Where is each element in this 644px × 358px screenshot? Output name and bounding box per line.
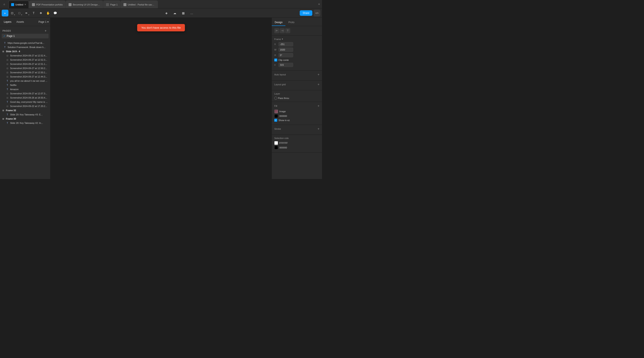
- layer-name-l5: Screenshot 2024-09-27 at 12.52.3...: [10, 59, 48, 61]
- rotation-input[interactable]: [278, 53, 293, 57]
- align-left-button[interactable]: ⊢: [274, 28, 279, 33]
- tool-center-icon3[interactable]: ▦: [180, 10, 186, 17]
- hand-icon: ✋: [46, 11, 50, 15]
- tab-favicon-tab-pdf: [32, 3, 35, 6]
- tool-move[interactable]: ▸ ▾: [2, 10, 8, 17]
- right-panel-tab-proto[interactable]: Proto: [286, 19, 298, 26]
- layer-name-l14: Screenshot 2024-09-26 at 18.50.4...: [10, 96, 48, 99]
- layer-icon-l7: ⊡: [6, 67, 9, 70]
- auto-layout-add[interactable]: +: [318, 73, 320, 76]
- clip-content-row: ✓ Clip conte: [274, 59, 320, 62]
- layer-item-l13[interactable]: ⊡ Screenshot 2024-09-27 at 12.07.3...: [0, 91, 50, 96]
- layer-name-l3: Slide 16:9 - 4: [6, 50, 48, 53]
- align-center-h-button[interactable]: ⊣: [280, 28, 285, 33]
- page-item-page1[interactable]: ✓ Page 1: [2, 34, 48, 38]
- layer-name-l8: Screenshot 2024-09-27 at 12.50.1...: [10, 71, 48, 74]
- layer-item-l6[interactable]: ⊡ Screenshot 2024-09-27 at 12.51.1...: [0, 62, 50, 66]
- show-in-ez-checkbox[interactable]: ✓: [274, 119, 277, 122]
- layer-item-l10[interactable]: T you all kn ow about h ow we coud ...: [0, 79, 50, 83]
- stroke-section-title: Stroke +: [274, 127, 320, 131]
- tool-hand[interactable]: ✋: [44, 10, 51, 17]
- auto-layout-title: Auto layout +: [274, 73, 320, 76]
- selection-color-title: Selection colo: [274, 137, 320, 139]
- x-input[interactable]: [278, 42, 293, 46]
- page-selector[interactable]: Page 1 ▾: [38, 21, 48, 23]
- browser-tab-tab-untitled[interactable]: Untitled ✕: [8, 1, 29, 8]
- clip-content-checkbox[interactable]: ✓: [274, 59, 277, 62]
- tool-shape[interactable]: □ ▾: [16, 10, 23, 17]
- tab-favicon-tab-partial: [124, 3, 126, 6]
- selection-white-swatch[interactable]: [274, 141, 278, 145]
- layer-item-l8[interactable]: ⊡ Screenshot 2024-09-27 at 12.50.1...: [0, 70, 50, 75]
- browser-tab-tab-partial[interactable]: Untitled - Partial file saved 30-09-2: [121, 1, 158, 8]
- layer-name-l10: you all kn ow about h ow we coud ...: [10, 80, 48, 82]
- layer-name-l6: Screenshot 2024-09-27 at 12.51.1...: [10, 63, 48, 65]
- auto-layout-section: Auto layout +: [272, 71, 322, 80]
- layer-item-l7[interactable]: ⊡ Screenshot 2024-09-27 at 12.50.2...: [0, 66, 50, 70]
- selection-color-section: Selection colo FFFFFF 000000: [272, 135, 322, 153]
- tool-text[interactable]: T: [30, 10, 37, 17]
- layer-item-l12[interactable]: T Amazon: [0, 87, 50, 91]
- layer-item-l3[interactable]: ⊞ Slide 16:9 - 4: [0, 49, 50, 54]
- layout-grid-add[interactable]: +: [318, 83, 320, 86]
- layer-icon-l11: T: [6, 84, 9, 87]
- layer-item-l14[interactable]: ⊡ Screenshot 2024-09-26 at 18.50.4...: [0, 96, 50, 100]
- stroke-add[interactable]: +: [318, 127, 320, 131]
- layer-icon-l10: T: [6, 79, 9, 82]
- layer-item-l5[interactable]: ⊡ Screenshot 2024-09-27 at 12.52.3...: [0, 58, 50, 62]
- right-panel-tab-design[interactable]: Design: [272, 19, 286, 26]
- pages-label: Pages: [2, 30, 11, 32]
- layer-item-l16[interactable]: ⊡ Screenshot 2024-09-22 at 17.20.2...: [0, 104, 50, 108]
- fill-add[interactable]: +: [318, 104, 320, 108]
- layer-icon-l17: ⊞: [2, 109, 5, 112]
- layer-name-l7: Screenshot 2024-09-27 at 12.50.2...: [10, 67, 48, 70]
- layer-icon-l16: ⊡: [6, 105, 9, 108]
- home-icon[interactable]: ⌂: [0, 0, 8, 9]
- layer-item-l4[interactable]: ⊡ Screenshot 2024-09-27 at 12.52.4...: [0, 54, 50, 58]
- browser-tab-tab-becoming[interactable]: Becoming UI UX Designer - Presenta: [66, 1, 103, 8]
- layer-name-l17: Frame 32: [6, 109, 48, 112]
- tab-label-tab-becoming: Becoming UI UX Designer - Presenta: [73, 3, 100, 6]
- layer-item-l15[interactable]: T Good day, everyones! My name is ...: [0, 100, 50, 104]
- share-button[interactable]: Share: [300, 10, 312, 16]
- layer-item-l1[interactable]: T https://www.google.com/url?sa=i&...: [0, 41, 50, 45]
- tab-close-tab-untitled[interactable]: ✕: [24, 3, 26, 6]
- layer-item-l11[interactable]: T Netflix: [0, 83, 50, 87]
- align-section: ⊢ ⊣ ⊤: [272, 26, 322, 36]
- layout-grid-label: Layout grid: [274, 83, 286, 86]
- browser-tab-tab-page1[interactable]: Page 1: [103, 1, 120, 8]
- tool-center-icon2[interactable]: ☁: [172, 10, 178, 17]
- tool-comment[interactable]: 💬: [52, 10, 58, 17]
- toolbar: ▸ ▾ ⊡ ▾ □ ▾ ✒ ▾ T ❖ ✋ 💬 ◈ ☁ ▦ …: [0, 9, 322, 18]
- tool-components[interactable]: ❖: [38, 10, 44, 17]
- sidebar-tab-layers[interactable]: Layers: [2, 20, 14, 24]
- add-tab-button[interactable]: +: [316, 1, 322, 7]
- fill-image-swatch[interactable]: [274, 109, 278, 113]
- sidebar-tab-assets[interactable]: Assets: [14, 20, 26, 24]
- layer-icon-l3: ⊞: [2, 50, 5, 53]
- layers-list: T https://www.google.com/url?sa=i&... T …: [0, 40, 50, 179]
- add-page-button[interactable]: +: [44, 29, 48, 33]
- tool-center-icon4[interactable]: …: [188, 10, 195, 17]
- layer-item-l19[interactable]: ⊞ Frame 30: [0, 117, 50, 121]
- w-input[interactable]: [278, 48, 293, 52]
- fill-black-swatch[interactable]: [274, 114, 278, 118]
- canvas-area[interactable]: You don't have access to this file: [50, 18, 272, 179]
- tool-frame[interactable]: ⊡ ▾: [9, 10, 16, 17]
- layer-item-l18[interactable]: T Slide 29: Key Takeaway #3: E...: [0, 112, 50, 117]
- frame-section: Frame ▾ X W ⟳ ✓ Clip conte ≡: [272, 36, 322, 71]
- tool-pen[interactable]: ✒ ▾: [23, 10, 30, 17]
- layer-item-l20[interactable]: T Slide 28: Key Takeaway #2: In...: [0, 121, 50, 125]
- layer-item-l2[interactable]: T Solution Framework: Break down h...: [0, 45, 50, 49]
- selection-black-swatch[interactable]: [274, 146, 278, 149]
- code-button[interactable]: </>: [314, 10, 320, 17]
- layer-item-l9[interactable]: ⊡ Screenshot 2024-09-27 at 12.44.3...: [0, 75, 50, 79]
- frame-315-input[interactable]: [278, 63, 293, 67]
- frame-315-row: ≡: [274, 63, 320, 67]
- tool-center-icon1[interactable]: ◈: [163, 10, 170, 17]
- browser-tab-tab-pdf[interactable]: PDF Presentation porfolio: [29, 1, 66, 8]
- layer-icon-l18: T: [6, 113, 9, 116]
- align-right-button[interactable]: ⊤: [285, 28, 290, 33]
- layer-icon-l6: ⊡: [6, 63, 9, 66]
- layer-item-l17[interactable]: ⊞ Frame 32: [0, 108, 50, 112]
